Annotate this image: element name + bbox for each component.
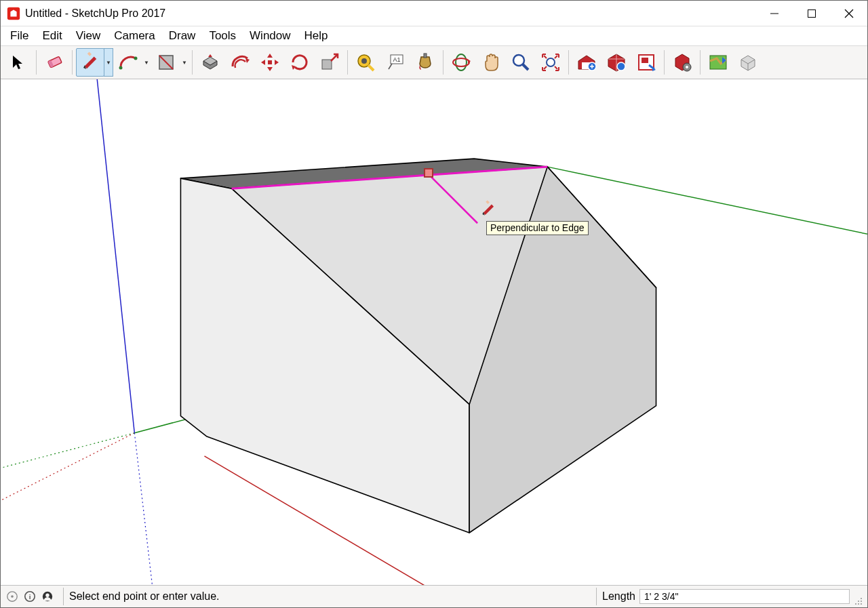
toolbar-separator — [664, 50, 665, 75]
svg-rect-13 — [268, 60, 272, 64]
pan-tool[interactable] — [477, 48, 505, 77]
inference-point — [424, 168, 433, 178]
eraser-tool[interactable] — [40, 48, 68, 77]
svg-line-33 — [1, 433, 134, 489]
svg-point-16 — [361, 58, 367, 64]
resize-grip[interactable] — [852, 595, 863, 606]
svg-rect-56 — [855, 603, 856, 605]
pencil-cursor-icon — [479, 200, 498, 221]
menu-window[interactable]: Window — [243, 28, 297, 44]
inference-tooltip: Perpendicular to Edge — [486, 221, 589, 235]
arc-tool-dropdown[interactable]: ▼ — [142, 48, 151, 77]
svg-rect-54 — [858, 601, 859, 602]
toolbar-separator — [443, 50, 443, 75]
warehouse-button[interactable] — [572, 48, 601, 77]
svg-point-30 — [686, 66, 688, 68]
svg-point-22 — [513, 55, 524, 66]
toolbar-separator — [72, 50, 73, 75]
status-bar: i Select end point or enter value. Lengt… — [1, 586, 867, 607]
layout-button[interactable] — [632, 48, 660, 77]
menu-camera[interactable]: Camera — [107, 28, 161, 44]
length-value: 1' 2 3/4" — [644, 591, 678, 602]
svg-point-52 — [45, 594, 49, 597]
text-tool[interactable]: A1 — [381, 48, 410, 77]
window-title: Untitled - SketchUp Pro 2017 — [25, 7, 755, 20]
svg-rect-45 — [484, 205, 494, 215]
svg-rect-7 — [85, 57, 97, 69]
menu-file[interactable]: File — [3, 28, 35, 44]
zoom-extents-tool[interactable] — [536, 48, 565, 77]
length-label: Length — [602, 590, 635, 603]
toolbar-separator — [192, 50, 193, 75]
zoom-tool[interactable] — [507, 48, 535, 77]
tooltip-text: Perpendicular to Edge — [490, 222, 585, 233]
svg-rect-53 — [861, 598, 862, 599]
svg-rect-19 — [424, 54, 427, 58]
toolbar: ▼ ▼ ▼ A1 — [1, 45, 867, 79]
select-tool[interactable] — [4, 48, 33, 77]
viewport[interactable]: Perpendicular to Edge — [1, 79, 867, 586]
shape-tool[interactable] — [152, 48, 180, 77]
shape-tool-dropdown[interactable]: ▼ — [180, 48, 189, 77]
minimize-button[interactable] — [755, 1, 793, 26]
menu-tools[interactable]: Tools — [202, 28, 243, 44]
arc-tool-group: ▼ — [113, 48, 151, 77]
menu-edit[interactable]: Edit — [35, 28, 68, 44]
svg-text:A1: A1 — [393, 56, 400, 63]
close-button[interactable] — [830, 1, 867, 26]
length-input[interactable]: 1' 2 3/4" — [639, 589, 850, 604]
svg-point-10 — [134, 57, 138, 60]
arc-tool[interactable] — [114, 48, 142, 77]
line-tool[interactable] — [76, 48, 104, 77]
pushpull-tool[interactable] — [196, 48, 224, 77]
menu-draw[interactable]: Draw — [162, 28, 203, 44]
geolocation-icon[interactable] — [5, 589, 20, 604]
app-icon — [6, 6, 21, 21]
svg-line-32 — [1, 433, 134, 542]
svg-rect-58 — [861, 603, 862, 605]
profile-icon[interactable] — [40, 589, 55, 604]
orbit-tool[interactable] — [447, 48, 475, 77]
svg-point-20 — [456, 54, 467, 70]
svg-rect-28 — [642, 58, 648, 63]
credits-icon[interactable]: i — [22, 589, 37, 604]
menu-view[interactable]: View — [69, 28, 108, 44]
line-tool-dropdown[interactable]: ▼ — [104, 48, 113, 77]
svg-rect-2 — [808, 9, 815, 17]
svg-rect-8 — [87, 52, 92, 56]
toolbar-separator — [347, 50, 348, 75]
menu-bar: File Edit View Camera Draw Tools Window … — [1, 26, 867, 45]
tape-tool[interactable] — [351, 48, 380, 77]
toolbar-separator — [568, 50, 569, 75]
status-separator — [63, 588, 64, 605]
scene-svg — [1, 79, 867, 585]
scale-tool[interactable] — [315, 48, 344, 77]
shape-tool-group: ▼ — [151, 48, 189, 77]
ext-warehouse-button[interactable] — [602, 48, 631, 77]
line-tool-group: ▼ — [75, 48, 113, 77]
toolbar-separator — [700, 50, 701, 75]
svg-rect-46 — [486, 200, 490, 204]
svg-text:i: i — [29, 593, 31, 601]
svg-point-23 — [547, 58, 555, 66]
move-tool[interactable] — [256, 48, 284, 77]
add-location-button[interactable] — [704, 48, 732, 77]
svg-point-48 — [11, 595, 14, 598]
svg-line-38 — [96, 79, 134, 433]
title-bar: Untitled - SketchUp Pro 2017 — [1, 1, 867, 26]
svg-rect-57 — [858, 603, 859, 605]
maximize-button[interactable] — [793, 1, 830, 26]
offset-tool[interactable] — [226, 48, 254, 77]
ext-manager-button[interactable] — [668, 48, 696, 77]
status-hint: Select end point or enter value. — [69, 590, 591, 603]
svg-point-9 — [119, 66, 123, 70]
status-separator — [596, 588, 597, 605]
xray-button[interactable] — [734, 48, 762, 77]
paint-tool[interactable] — [411, 48, 439, 77]
menu-help[interactable]: Help — [298, 28, 335, 44]
svg-point-26 — [617, 62, 625, 70]
svg-line-34 — [134, 433, 153, 585]
window-controls — [755, 1, 867, 26]
toolbar-separator — [36, 50, 37, 75]
rotate-tool[interactable] — [285, 48, 314, 77]
